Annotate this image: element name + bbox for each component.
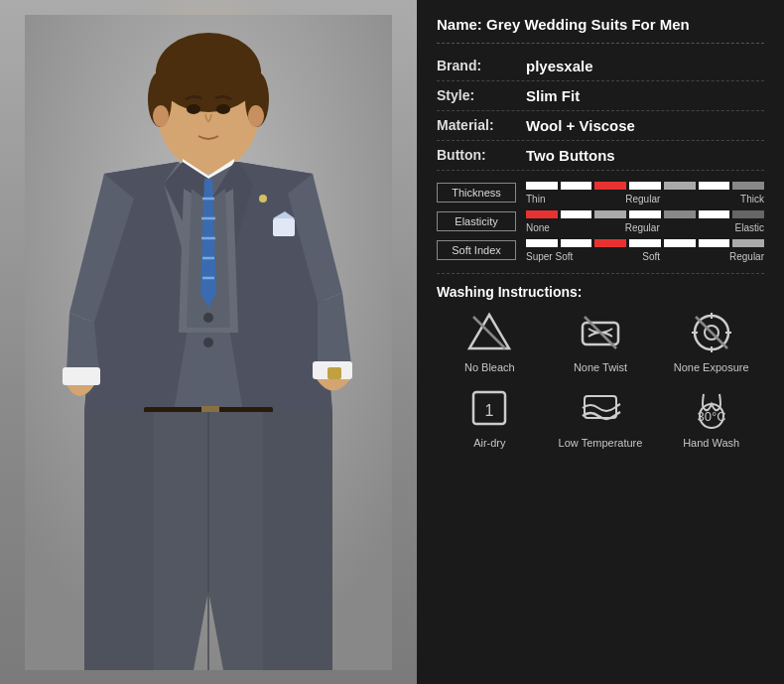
button-row: Button: Two Buttons	[437, 141, 764, 171]
air-dry-label: Air-dry	[473, 437, 505, 449]
low-temperature-icon-container	[576, 383, 625, 433]
svg-text:30°C: 30°C	[697, 409, 725, 424]
e-seg-4	[629, 210, 661, 218]
model-image	[0, 0, 417, 684]
t-seg-1	[526, 182, 558, 190]
t-seg-7	[732, 182, 764, 190]
product-name-row: Name: Grey Wedding Suits For Men	[437, 15, 764, 44]
s-seg-6	[699, 239, 730, 247]
wash-item-hand-wash: 30°C Hand Wash	[658, 383, 764, 449]
e-seg-3	[594, 210, 626, 218]
none-exposure-icon-container	[687, 308, 736, 357]
no-bleach-label: No Bleach	[464, 361, 515, 373]
thickness-labels: Thin Regular Thick	[526, 194, 764, 205]
air-dry-icon: 1	[467, 386, 511, 430]
wash-item-no-bleach: No Bleach	[437, 308, 543, 373]
none-exposure-label: None Exposure	[674, 361, 749, 373]
low-temperature-label: Low Temperature	[559, 437, 643, 449]
button-label: Button:	[437, 147, 526, 163]
style-row: Style: Slim Fit	[437, 81, 764, 111]
thickness-container: Thin Regular Thick	[526, 182, 764, 205]
softindex-container: Super Soft Soft Regular	[526, 239, 764, 262]
brand-value: plyesxale	[526, 58, 593, 74]
elasticity-container: None Regular Elastic	[526, 210, 764, 233]
elasticity-label: Elasticity	[437, 211, 516, 231]
thickness-meter-row: Thickness Thin Regular Thick	[437, 182, 764, 205]
t-seg-3	[594, 182, 626, 190]
s-seg-4	[629, 239, 661, 247]
name-label: Name:	[437, 16, 482, 33]
hand-wash-icon-container: 30°C	[687, 383, 736, 433]
softindex-supersoft: Super Soft	[526, 251, 573, 262]
s-seg-5	[664, 239, 696, 247]
svg-point-18	[203, 338, 213, 347]
softindex-labels: Super Soft Soft Regular	[526, 251, 764, 262]
svg-rect-16	[273, 218, 295, 236]
thickness-thin: Thin	[526, 194, 545, 205]
svg-rect-21	[327, 367, 341, 379]
s-seg-3	[594, 239, 626, 247]
wash-item-air-dry: 1 Air-dry	[437, 383, 543, 449]
elasticity-track	[526, 210, 764, 218]
svg-point-8	[216, 104, 230, 114]
svg-rect-4	[156, 69, 261, 99]
elasticity-meter-row: Elasticity None Regular Elastic	[437, 210, 764, 233]
e-seg-2	[561, 210, 592, 218]
svg-rect-19	[63, 367, 100, 385]
info-panel: Name: Grey Wedding Suits For Men Brand: …	[417, 0, 784, 684]
thickness-track	[526, 182, 764, 190]
hand-wash-label: Hand Wash	[683, 437, 739, 449]
material-value: Wool + Viscose	[526, 117, 635, 134]
svg-point-17	[203, 313, 213, 323]
svg-point-7	[187, 104, 200, 114]
e-seg-6	[699, 210, 730, 218]
washing-icons-grid: No Bleach None Twist	[437, 308, 764, 449]
t-seg-2	[561, 182, 592, 190]
s-seg-2	[561, 239, 592, 247]
softindex-label: Soft Index	[437, 240, 516, 260]
none-exposure-icon	[690, 311, 733, 354]
svg-point-9	[153, 105, 169, 127]
wash-item-none-exposure: None Exposure	[658, 308, 764, 373]
no-bleach-icon-container	[464, 308, 514, 357]
model-svg	[25, 15, 392, 670]
t-seg-6	[699, 182, 730, 190]
softindex-track	[526, 239, 764, 247]
brand-label: Brand:	[437, 58, 526, 73]
t-seg-4	[629, 182, 661, 190]
elasticity-labels: None Regular Elastic	[526, 222, 764, 233]
none-twist-icon-container	[576, 308, 625, 357]
air-dry-icon-container: 1	[464, 383, 514, 433]
none-twist-label: None Twist	[574, 361, 627, 373]
svg-rect-39	[585, 396, 616, 418]
none-twist-icon	[579, 311, 622, 354]
thickness-thick: Thick	[740, 194, 764, 205]
e-seg-1	[526, 210, 558, 218]
wash-item-none-twist: None Twist	[548, 308, 654, 373]
material-label: Material:	[437, 117, 526, 133]
svg-text:1: 1	[485, 402, 494, 419]
style-value: Slim Fit	[526, 87, 580, 104]
t-seg-5	[664, 182, 696, 190]
softindex-regular: Regular	[729, 251, 764, 262]
wash-item-low-temperature: Low Temperature	[548, 383, 654, 449]
s-seg-1	[526, 239, 558, 247]
no-bleach-icon	[467, 311, 511, 354]
softindex-meter-row: Soft Index Super Soft Soft Regular	[437, 239, 764, 262]
brand-row: Brand: plyesxale	[437, 52, 764, 81]
svg-point-10	[248, 105, 264, 127]
elasticity-regular: Regular	[625, 222, 660, 233]
washing-title: Washing Instructions:	[437, 284, 764, 300]
elasticity-elastic: Elastic	[735, 222, 764, 233]
low-temperature-icon	[579, 386, 622, 430]
hand-wash-icon: 30°C	[690, 386, 733, 430]
style-label: Style:	[437, 87, 526, 103]
s-seg-7	[732, 239, 764, 247]
svg-point-25	[259, 195, 267, 203]
thickness-label: Thickness	[437, 183, 516, 203]
softindex-soft: Soft	[642, 251, 660, 262]
meters-section: Thickness Thin Regular Thick	[437, 171, 764, 274]
e-seg-5	[664, 210, 696, 218]
button-value: Two Buttons	[526, 147, 615, 164]
thickness-regular: Regular	[625, 194, 660, 205]
